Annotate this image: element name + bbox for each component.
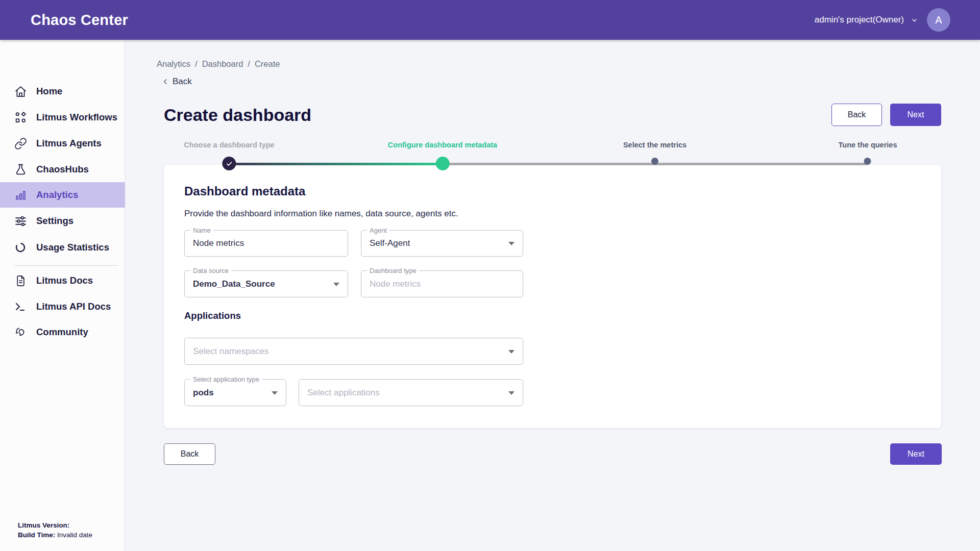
- sidebar-item-home[interactable]: Home: [0, 79, 125, 104]
- application-type-value: pods: [193, 388, 214, 398]
- next-button-bottom[interactable]: Next: [890, 443, 942, 465]
- dropdown-arrow-icon: [508, 391, 514, 395]
- namespaces-placeholder: Select namespaces: [193, 346, 268, 357]
- main-content: Analytics / Dashboard / Create Back Crea…: [125, 40, 980, 551]
- step-pending-dot: [864, 158, 871, 165]
- sidebar-item-label: Community: [36, 327, 88, 338]
- back-link-label: Back: [173, 77, 192, 87]
- back-link[interactable]: Back: [162, 77, 192, 87]
- dashboard-metadata-card: Dashboard metadata Provide the dashboard…: [164, 165, 941, 428]
- next-button-top[interactable]: Next: [890, 104, 941, 126]
- breadcrumb: Analytics / Dashboard / Create: [157, 59, 280, 69]
- name-field[interactable]: Name: [184, 230, 348, 257]
- sidebar-item-label: Litmus Agents: [36, 138, 102, 149]
- sidebar-item-chaoshubs[interactable]: ChaosHubs: [0, 157, 125, 182]
- version-info: Litmus Version: Build Time: Invalid date: [18, 520, 92, 540]
- applications-title: Applications: [184, 310, 241, 321]
- agent-select[interactable]: Agent Self-Agent: [361, 230, 523, 257]
- chevron-left-icon: [162, 78, 169, 85]
- page-title: Create dashboard: [164, 105, 311, 125]
- application-type-select[interactable]: Select application type pods: [184, 379, 286, 406]
- sidebar-item-settings[interactable]: Settings: [0, 208, 125, 234]
- home-icon: [14, 85, 27, 98]
- sidebar-item-litmus-agents[interactable]: Litmus Agents: [0, 131, 125, 156]
- dropdown-arrow-icon: [508, 242, 514, 245]
- step-tune-queries: Tune the queries: [839, 141, 897, 165]
- sidebar-item-litmus-api-docs[interactable]: Litmus API Docs: [0, 294, 125, 319]
- chat-icon: [14, 325, 27, 339]
- sidebar-item-label: Settings: [36, 215, 74, 227]
- dropdown-arrow-icon: [272, 391, 278, 395]
- breadcrumb-analytics[interactable]: Analytics: [157, 59, 190, 69]
- data-source-select-label: Data source: [190, 267, 231, 274]
- dashboard-type-input[interactable]: [361, 271, 523, 297]
- breadcrumb-dashboard[interactable]: Dashboard: [202, 59, 243, 69]
- flask-icon: [14, 163, 27, 176]
- terminal-icon: [14, 300, 27, 313]
- step-configure-metadata: Configure dashboard metadata: [388, 141, 497, 170]
- application-type-label: Select application type: [190, 375, 262, 383]
- chevron-down-icon: [911, 17, 918, 23]
- step-label: Choose a dashboard type: [184, 141, 274, 150]
- avatar[interactable]: A: [927, 8, 950, 32]
- dashboard-type-field[interactable]: Dashboard type: [361, 270, 523, 297]
- sidebar-item-usage-statistics[interactable]: Usage Statistics: [0, 235, 125, 260]
- sidebar-item-litmus-workflows[interactable]: Litmus Workflows: [0, 105, 125, 130]
- step-label: Select the metrics: [623, 141, 687, 150]
- name-input[interactable]: [185, 231, 348, 256]
- step-pending-dot: [651, 158, 658, 165]
- document-icon: [14, 274, 27, 287]
- sidebar-divider: [14, 265, 118, 266]
- bar-chart-icon: [14, 188, 27, 202]
- sidebar-item-label: Home: [36, 86, 62, 97]
- step-select-metrics: Select the metrics: [623, 141, 687, 165]
- sidebar-item-label: Litmus API Docs: [36, 301, 111, 312]
- project-selector[interactable]: admin's project(Owner): [815, 15, 918, 25]
- sidebar-item-label: Analytics: [36, 189, 78, 201]
- sidebar-item-label: Litmus Docs: [36, 275, 93, 286]
- sidebar: Home Litmus Workflows Litmus Agents Chao…: [0, 40, 125, 551]
- build-time-label: Build Time:: [18, 531, 55, 539]
- back-button-top[interactable]: Back: [831, 104, 882, 126]
- sidebar-item-analytics[interactable]: Analytics: [0, 182, 125, 208]
- workflows-icon: [14, 111, 27, 124]
- namespaces-select[interactable]: Select namespaces: [184, 338, 523, 365]
- sidebar-item-label: ChaosHubs: [36, 164, 89, 175]
- app-header: Chaos Center admin's project(Owner) A: [0, 0, 980, 40]
- sidebar-item-community[interactable]: Community: [0, 319, 125, 345]
- applications-select[interactable]: Select applications: [299, 379, 523, 406]
- step-choose-dashboard-type: Choose a dashboard type: [184, 141, 274, 170]
- section-title: Dashboard metadata: [184, 184, 305, 198]
- app-title: Chaos Center: [31, 12, 128, 29]
- step-label: Tune the queries: [839, 141, 897, 150]
- section-description: Provide the dashboard information like n…: [184, 209, 458, 219]
- back-button-bottom[interactable]: Back: [164, 443, 215, 465]
- data-source-select-value: Demo_Data_Source: [193, 279, 275, 289]
- dropdown-arrow-icon: [508, 350, 514, 354]
- applications-placeholder: Select applications: [307, 388, 380, 398]
- step-active-dot: [436, 157, 450, 170]
- breadcrumb-separator: /: [248, 59, 250, 69]
- step-label: Configure dashboard metadata: [388, 141, 497, 150]
- build-time-value: Invalid date: [55, 531, 92, 539]
- project-label: admin's project(Owner): [815, 15, 904, 25]
- version-label: Litmus Version:: [18, 521, 69, 529]
- check-icon: [225, 160, 233, 168]
- dropdown-arrow-icon: [333, 283, 339, 286]
- step-completed-dot: [222, 157, 236, 170]
- agent-select-value: Self-Agent: [370, 238, 410, 248]
- agent-select-label: Agent: [367, 227, 389, 234]
- breadcrumb-separator: /: [195, 59, 198, 69]
- sliders-icon: [14, 214, 27, 228]
- breadcrumb-create: Create: [255, 59, 280, 69]
- loader-icon: [14, 241, 27, 254]
- data-source-select[interactable]: Data source Demo_Data_Source: [184, 270, 348, 297]
- link-icon: [14, 137, 27, 150]
- sidebar-item-litmus-docs[interactable]: Litmus Docs: [0, 268, 125, 293]
- sidebar-item-label: Usage Statistics: [36, 242, 109, 253]
- sidebar-item-label: Litmus Workflows: [36, 112, 117, 123]
